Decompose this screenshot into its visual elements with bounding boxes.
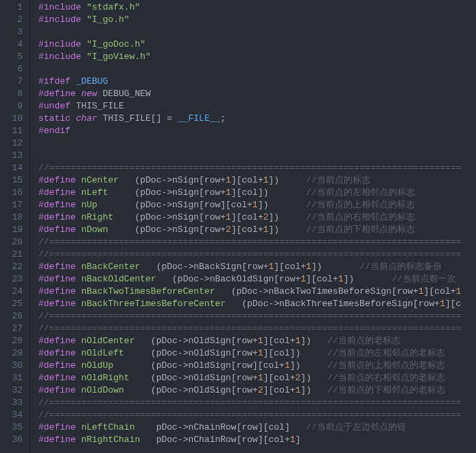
code-line[interactable]: #define nOldLeft (pDoc->nOldSign[row+1][… [38, 347, 476, 360]
code-line[interactable]: #define nBackCenter (pDoc->nBackSign[row… [38, 261, 476, 273]
token-str: "stdafx.h" [86, 2, 140, 12]
code-line[interactable]: #define nRightChain pDoc->nChainRow[row]… [38, 434, 476, 446]
line-number: 34 [0, 409, 29, 421]
token-id: (pDoc->nSign[row+ [134, 224, 226, 235]
code-line[interactable] [38, 137, 476, 150]
line-number: 17 [0, 199, 29, 211]
token-str: "I_go.h" [86, 14, 129, 25]
code-line[interactable] [38, 63, 476, 76]
token-key2: new [81, 89, 97, 99]
token-id: DEBUG_NEW [103, 89, 151, 99]
line-number: 13 [0, 150, 29, 162]
code-line[interactable]: #ifdef _DEBUG [38, 76, 476, 88]
token-pre: #define [38, 224, 76, 235]
token-pre: #undef [38, 101, 71, 111]
code-line[interactable]: #define nBackThreeTimesBeforeCenter (pDo… [38, 298, 476, 310]
code-line[interactable]: //======================================… [38, 323, 476, 335]
line-number: 16 [0, 187, 29, 199]
line-number: 11 [0, 125, 29, 137]
token-pre: #include [38, 2, 81, 12]
line-number: 20 [0, 236, 29, 248]
line-number: 5 [0, 51, 29, 63]
token-id: ] [296, 434, 301, 445]
code-line[interactable]: #include "I_go.h" [38, 14, 476, 26]
token-pre: #define [38, 434, 76, 445]
token-grn: nOldUp [81, 360, 113, 371]
code-line[interactable]: //======================================… [38, 310, 476, 323]
code-line[interactable]: #define nRight (pDoc->nSign[row+1][col+2… [38, 211, 476, 224]
token-pre: #endif [38, 126, 71, 136]
code-line[interactable]: #endif [38, 125, 476, 137]
code-line[interactable]: //======================================… [38, 236, 476, 248]
token-id: (pDoc->nSign[row+ [134, 175, 226, 185]
code-line[interactable]: #define nLeftChain pDoc->nChainRow[row][… [38, 421, 476, 434]
token-id: pDoc->nChainRow[row][col+ [156, 434, 290, 445]
token-id: ][col+ [263, 336, 296, 346]
token-id: ][col+ [424, 286, 456, 297]
token-cmt: //当前点的下相邻点的老标志 [327, 385, 445, 395]
code-line[interactable]: #include "I_goView.h" [38, 51, 476, 63]
token-num: 1 [285, 360, 290, 371]
token-id: ][col+ [231, 212, 263, 222]
token-id: ]) [300, 385, 327, 395]
code-area[interactable]: #include "stdafx.h"#include "I_go.h"#inc… [30, 0, 476, 453]
token-grn: nOldRight [81, 373, 129, 383]
token-cmt: //当前点的左相邻点的老标志 [327, 348, 445, 358]
token-cmt: //======================================… [38, 237, 461, 247]
token-grn: nBackTwoTimesBeforeCenter [81, 286, 215, 297]
code-line[interactable]: #define nOldCenter (pDoc->nOldSign[row+1… [38, 335, 476, 347]
token-cmt: //当前点的标志备份 [359, 262, 442, 272]
token-type: char [76, 113, 97, 124]
token-id: ][c [445, 299, 461, 309]
token-macro: __FILE__ [178, 113, 220, 124]
code-line[interactable]: #include "I_goDoc.h" [38, 38, 476, 51]
token-cmt: //当前点的右相邻点的老标志 [327, 373, 445, 383]
code-line[interactable]: //======================================… [38, 162, 476, 174]
code-line[interactable]: #define nOldDown (pDoc->nOldSign[row+2][… [38, 384, 476, 397]
code-line[interactable]: //======================================… [38, 409, 476, 421]
token-id: ][col+ [263, 385, 296, 395]
code-line[interactable] [38, 150, 476, 162]
token-id: (pDoc->nBackTwoTimesBeforeSign[row+ [231, 286, 418, 297]
code-line[interactable]: //======================================… [38, 248, 476, 261]
token-pre: #define [38, 175, 76, 185]
token-cmt: //当前点的下相邻点的标志 [306, 224, 415, 235]
line-number: 35 [0, 421, 29, 434]
token-num: 2 [226, 224, 231, 235]
token-num: 1 [258, 336, 263, 346]
code-line[interactable]: #define nOldUp (pDoc->nOldSign[row][col+… [38, 360, 476, 372]
code-line[interactable]: #define nUp (pDoc->nSign[row][col+1]) //… [38, 199, 476, 211]
token-pre: #define [38, 274, 76, 284]
token-id: ]) [269, 212, 307, 222]
code-line[interactable]: //======================================… [38, 397, 476, 409]
token-id: ]) [258, 200, 306, 210]
token-id: (pDoc->nSign[row+ [134, 187, 226, 198]
code-line[interactable]: #define nOldRight (pDoc->nOldSign[row+1]… [38, 372, 476, 384]
token-id: (pDoc->nBackSign[row+ [156, 262, 269, 272]
token-id: ][col+ [274, 262, 306, 272]
code-line[interactable] [38, 26, 476, 38]
token-grn: nCenter [81, 175, 119, 185]
code-line[interactable]: #define new DEBUG_NEW [38, 88, 476, 100]
token-id: ]) [344, 274, 392, 284]
token-cmt: //当前点的右相邻点的标志 [306, 212, 415, 222]
code-editor[interactable]: 1234567891011121314151617181920212223242… [0, 0, 476, 453]
code-line[interactable]: #define nCenter (pDoc->nSign[row+1][col+… [38, 174, 476, 187]
code-line[interactable]: #define nLeft (pDoc->nSign[row+1][col]) … [38, 187, 476, 199]
line-number: 29 [0, 347, 29, 360]
token-id: ]) [290, 360, 328, 371]
token-pre: #define [38, 373, 76, 383]
code-line[interactable]: #include "stdafx.h" [38, 1, 476, 14]
token-id: (pDoc->nBackThreeTimesBeforeSign[row+ [241, 299, 440, 309]
code-line[interactable]: #undef THIS_FILE [38, 100, 476, 113]
token-cmt: //======================================… [38, 249, 461, 259]
code-line[interactable]: #define nBackTwoTimesBeforeCenter (pDoc-… [38, 286, 476, 298]
code-line[interactable]: #define nBackOldCenter (pDoc->nBackOldSi… [38, 273, 476, 286]
line-number: 6 [0, 63, 29, 76]
token-id: THIS_FILE[] = [103, 113, 178, 124]
code-line[interactable]: static char THIS_FILE[] = __FILE__; [38, 113, 476, 125]
token-num: 1 [418, 286, 424, 297]
token-cmt: //======================================… [38, 323, 461, 334]
token-id: ]) [300, 373, 327, 383]
code-line[interactable]: #define nDown (pDoc->nSign[row+2][col+1]… [38, 224, 476, 236]
